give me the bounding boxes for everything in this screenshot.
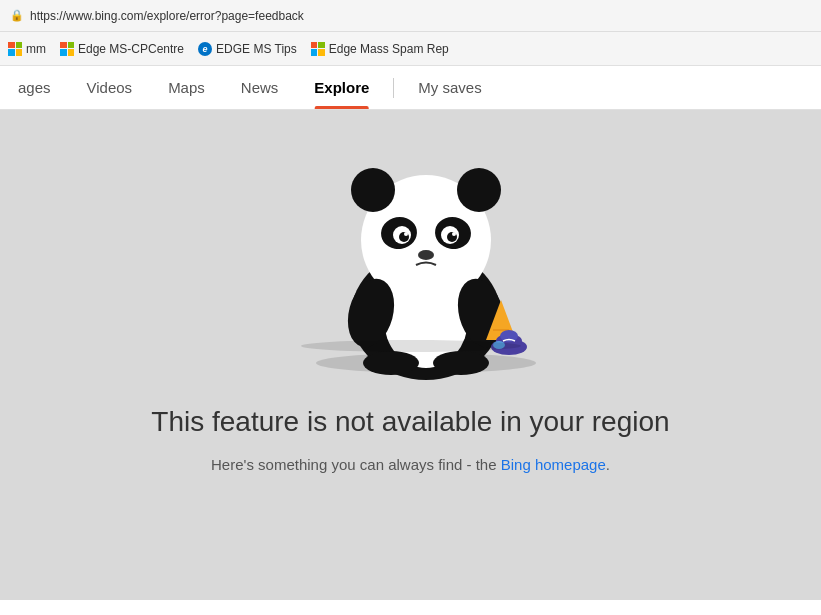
svg-point-17	[363, 351, 419, 375]
nav-bar: ages Videos Maps News Explore My saves	[0, 66, 821, 110]
ground-shadow	[301, 340, 521, 352]
bookmark-comm[interactable]: mm	[8, 42, 46, 56]
windows-icon-1	[8, 42, 22, 56]
svg-point-14	[418, 250, 434, 260]
windows-icon-3	[311, 42, 325, 56]
svg-point-4	[351, 168, 395, 212]
nav-news-label: News	[241, 79, 279, 96]
bookmarks-bar: mm Edge MS-CPCentre e EDGE MS Tips Edge …	[0, 32, 821, 66]
bookmark-edge-ms-cpcentre-label: Edge MS-CPCentre	[78, 42, 184, 56]
bing-homepage-link[interactable]: Bing homepage	[501, 456, 606, 473]
nav-item-maps[interactable]: Maps	[150, 66, 223, 109]
url-text: https://www.bing.com/explore/error?page=…	[30, 9, 304, 23]
address-bar: 🔒 https://www.bing.com/explore/error?pag…	[0, 0, 821, 32]
bookmark-edge-ms-cpcentre[interactable]: Edge MS-CPCentre	[60, 42, 184, 56]
nav-item-videos[interactable]: Videos	[69, 66, 151, 109]
subtitle-suffix: .	[606, 456, 610, 473]
nav-videos-label: Videos	[87, 79, 133, 96]
lock-icon: 🔒	[10, 9, 24, 22]
nav-explore-label: Explore	[314, 79, 369, 96]
nav-item-my-saves[interactable]: My saves	[400, 66, 499, 109]
nav-maps-label: Maps	[168, 79, 205, 96]
bookmark-edge-mass-spam-label: Edge Mass Spam Rep	[329, 42, 449, 56]
edge-icon: e	[198, 42, 212, 56]
nav-separator	[393, 78, 394, 98]
main-content: This feature is not available in your re…	[0, 110, 821, 600]
nav-images-label: ages	[18, 79, 51, 96]
bookmark-edge-mass-spam[interactable]: Edge Mass Spam Rep	[311, 42, 449, 56]
error-title: This feature is not available in your re…	[151, 404, 669, 440]
error-subtitle: Here's something you can always find - t…	[211, 456, 610, 473]
svg-point-5	[457, 168, 501, 212]
svg-point-13	[404, 232, 408, 236]
bookmark-edge-ms-tips-label: EDGE MS Tips	[216, 42, 297, 56]
svg-point-12	[452, 232, 456, 236]
nav-item-news[interactable]: News	[223, 66, 297, 109]
svg-point-18	[433, 351, 489, 375]
nav-my-saves-label: My saves	[418, 79, 481, 96]
bookmark-comm-label: mm	[26, 42, 46, 56]
bookmark-edge-ms-tips[interactable]: e EDGE MS Tips	[198, 42, 297, 56]
windows-icon-2	[60, 42, 74, 56]
nav-item-images[interactable]: ages	[0, 66, 69, 109]
panda-illustration	[251, 140, 571, 380]
nav-item-explore[interactable]: Explore	[296, 66, 387, 109]
subtitle-prefix: Here's something you can always find - t…	[211, 456, 501, 473]
